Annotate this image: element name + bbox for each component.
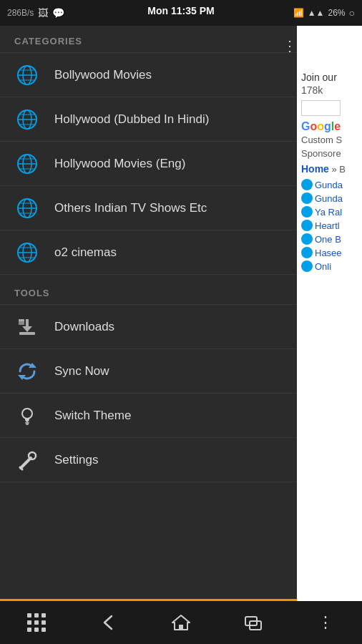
browser-join-text: Join our <box>301 72 358 83</box>
sync-icon <box>14 358 40 384</box>
downloads-label: Downloads <box>54 320 114 334</box>
browser-bullet-4 <box>301 233 313 245</box>
message-icon: 💬 <box>52 7 64 19</box>
browser-count: 178k <box>301 84 358 96</box>
browser-link-item-5: Hasee <box>301 247 358 258</box>
browser-bullet-5 <box>301 247 313 258</box>
browser-link-item-3: Heartl <box>301 220 358 231</box>
nav-bar: ⋮ <box>0 601 362 644</box>
status-left: 286B/s 🖼 💬 <box>7 7 64 19</box>
dot-5 <box>34 620 39 625</box>
categories-header: CATEGORIES <box>0 26 297 52</box>
svg-rect-25 <box>19 332 35 335</box>
browser-bullet-3 <box>301 220 313 231</box>
svg-rect-29 <box>19 319 24 321</box>
lightbulb-icon <box>14 403 40 429</box>
sidebar-item-downloads[interactable]: Downloads <box>0 305 297 349</box>
dot-1 <box>27 613 31 618</box>
dot-3 <box>41 613 46 618</box>
svg-marker-27 <box>22 326 32 332</box>
browser-item-text-6[interactable]: Onli <box>315 261 331 272</box>
browser-custom-text: Custom S <box>301 135 358 145</box>
browser-arrow: » B <box>332 164 346 175</box>
hollywood-dubbed-label: Hollywood (Dubbed In Hindi) <box>54 112 209 127</box>
main-layout: CATEGORIES Bollywood Movies <box>0 26 362 601</box>
right-panel: Join our 178k Google Custom S Sponsore H… <box>297 26 362 601</box>
dot-7 <box>27 628 31 632</box>
browser-item-text-5[interactable]: Hasee <box>315 248 342 258</box>
browser-bullet-6 <box>301 260 313 272</box>
dots-grid <box>27 613 46 632</box>
browser-content: Join our 178k Google Custom S Sponsore H… <box>297 26 362 601</box>
globe-icon-indian-tv <box>14 195 40 221</box>
wifi-icon: 📶 <box>293 8 304 18</box>
speed-indicator: 286B/s <box>7 8 34 18</box>
browser-home-link[interactable]: Home <box>301 163 329 175</box>
dot-6 <box>41 620 46 625</box>
status-time: Mon 11:35 PM <box>147 5 214 16</box>
globe-icon-bollywood <box>14 62 40 88</box>
sidebar-item-hollywood-eng[interactable]: Hollywood Movies (Eng) <box>0 142 297 186</box>
browser-item-text-1[interactable]: Gunda <box>315 193 343 204</box>
battery-text: 26% <box>328 8 346 18</box>
browser-search-box[interactable] <box>301 100 341 116</box>
svg-rect-34 <box>26 424 29 425</box>
browser-sponsored-text: Sponsore <box>301 148 358 159</box>
svg-point-35 <box>29 452 36 459</box>
drawer: CATEGORIES Bollywood Movies <box>0 26 297 601</box>
settings-wrench-icon <box>14 447 40 473</box>
browser-bullet-0 <box>301 179 313 190</box>
svg-rect-33 <box>25 422 29 424</box>
nav-grid-icon[interactable] <box>19 608 54 637</box>
tools-header: TOOLS <box>0 278 297 304</box>
nav-home-icon[interactable] <box>163 608 199 637</box>
browser-item-text-2[interactable]: Ya Ral <box>315 207 342 218</box>
dot-9 <box>41 628 46 632</box>
browser-link-item-2: Ya Ral <box>301 206 358 218</box>
battery-icon: ○ <box>349 7 355 19</box>
sidebar-item-settings[interactable]: Settings <box>0 438 297 482</box>
browser-item-text-0[interactable]: Gunda <box>315 180 343 190</box>
indian-tv-label: Others Indian TV Shows Etc <box>54 201 207 215</box>
google-logo: Google <box>301 120 358 133</box>
bollywood-label: Bollywood Movies <box>54 68 152 82</box>
globe-icon-hollywood-dubbed <box>14 107 40 132</box>
svg-point-32 <box>22 409 32 419</box>
sync-now-label: Sync Now <box>54 364 109 379</box>
sidebar-item-indian-tv[interactable]: Others Indian TV Shows Etc <box>0 186 297 230</box>
globe-icon-hollywood-eng <box>14 151 40 177</box>
sidebar-item-sync-now[interactable]: Sync Now <box>0 349 297 394</box>
svg-rect-38 <box>179 625 183 630</box>
svg-line-36 <box>20 467 22 469</box>
sidebar-item-switch-theme[interactable]: Switch Theme <box>0 394 297 438</box>
browser-item-text-4[interactable]: One B <box>315 234 341 245</box>
nav-recents-icon[interactable] <box>235 608 271 637</box>
dot-2 <box>34 613 39 618</box>
browser-link-item-0: Gunda <box>301 179 358 190</box>
hollywood-eng-label: Hollywood Movies (Eng) <box>54 157 185 171</box>
downloads-icon <box>14 314 40 340</box>
settings-label: Settings <box>54 453 98 467</box>
nav-back-icon[interactable] <box>91 608 127 637</box>
browser-bullet-1 <box>301 192 313 204</box>
switch-theme-label: Switch Theme <box>54 409 131 423</box>
status-right: 📶 ▲▲ 26% ○ <box>293 7 355 19</box>
browser-link-item-4: One B <box>301 233 358 245</box>
status-bar: 286B/s 🖼 💬 Mon 11:35 PM 📶 ▲▲ 26% ○ <box>0 0 362 26</box>
o2-cinemas-label: o2 cinemas <box>54 245 117 260</box>
menu-dots-icon[interactable]: ⋮ <box>283 37 297 54</box>
browser-link-item-1: Gunda <box>301 192 358 204</box>
browser-link-item-6: Onli <box>301 260 358 272</box>
dot-4 <box>27 620 31 625</box>
sidebar-item-bollywood[interactable]: Bollywood Movies <box>0 53 297 97</box>
sidebar-item-o2-cinemas[interactable]: o2 cinemas <box>0 230 297 275</box>
dot-8 <box>34 628 39 632</box>
sidebar-item-hollywood-dubbed[interactable]: Hollywood (Dubbed In Hindi) <box>0 97 297 142</box>
tools-section: TOOLS <box>0 278 297 305</box>
screenshot-icon: 🖼 <box>38 7 48 19</box>
nav-more-icon[interactable]: ⋮ <box>308 608 343 637</box>
globe-icon-o2-cinemas <box>14 240 40 265</box>
browser-bullet-2 <box>301 206 313 218</box>
browser-item-text-3[interactable]: Heartl <box>315 220 340 231</box>
signal-icon: ▲▲ <box>308 8 325 18</box>
